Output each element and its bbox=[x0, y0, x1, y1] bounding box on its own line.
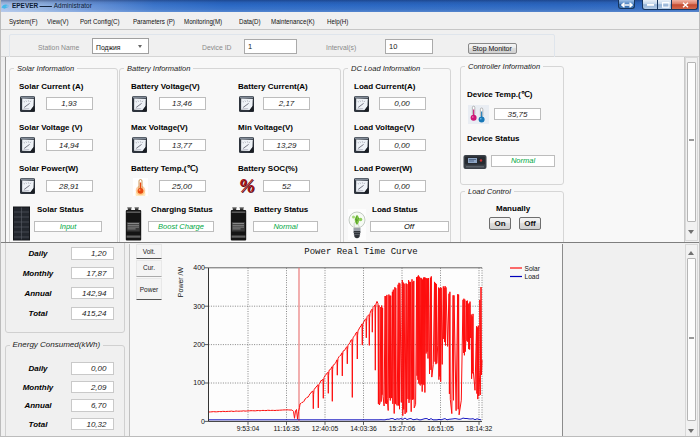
svg-text:Power Real Time Curve: Power Real Time Curve bbox=[304, 247, 417, 257]
svg-text:12:40:05: 12:40:05 bbox=[312, 425, 339, 432]
svg-text:9:53:04: 9:53:04 bbox=[237, 425, 260, 432]
svg-text:18:14:32: 18:14:32 bbox=[466, 425, 493, 432]
svg-text:300: 300 bbox=[193, 303, 205, 310]
svg-text:100: 100 bbox=[193, 379, 205, 386]
svg-text:11:16:35: 11:16:35 bbox=[274, 425, 300, 432]
svg-text:16:51:05: 16:51:05 bbox=[427, 425, 454, 432]
svg-text:14:03:36: 14:03:36 bbox=[350, 425, 377, 432]
svg-text:Power /W: Power /W bbox=[177, 266, 184, 297]
svg-text:Load: Load bbox=[525, 273, 540, 280]
svg-text:Solar: Solar bbox=[525, 265, 541, 272]
svg-text:0: 0 bbox=[201, 418, 205, 425]
svg-text:400: 400 bbox=[193, 264, 205, 271]
svg-text:15:27:06: 15:27:06 bbox=[389, 425, 416, 432]
svg-text:200: 200 bbox=[193, 341, 205, 348]
